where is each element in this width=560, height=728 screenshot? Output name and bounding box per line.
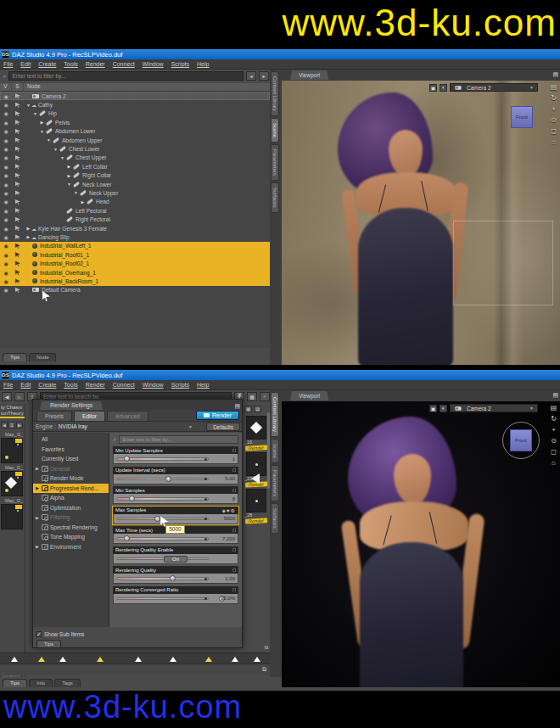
visibility-cell[interactable]: ◉ bbox=[0, 172, 12, 178]
tree-row[interactable]: ◉▶☁Kyle Hair Genesis 3 Female bbox=[0, 224, 270, 232]
forward-button[interactable]: ▶ bbox=[14, 392, 25, 401]
page-next-button[interactable]: ▶ bbox=[16, 422, 23, 428]
category-environment[interactable]: ▶Environment bbox=[33, 542, 109, 552]
tree-row[interactable]: ◉Industrial_BackRoom_1 bbox=[0, 277, 270, 285]
slider-handle[interactable] bbox=[129, 496, 135, 501]
tree-row[interactable]: ◉▼Hip bbox=[0, 109, 270, 118]
scene-filter-input[interactable]: Enter text to filter by... bbox=[8, 71, 244, 81]
bottom-tab-tips[interactable]: Tips bbox=[3, 679, 27, 687]
tree-row[interactable]: ◉Industrial_WallLeft_1 bbox=[0, 242, 270, 250]
menu-item-edit[interactable]: Edit bbox=[20, 61, 31, 67]
slider-row[interactable]: 7,200 bbox=[113, 534, 238, 544]
menu-item-scripts[interactable]: Scripts bbox=[171, 61, 189, 67]
expand-arrow-icon[interactable]: ▼ bbox=[53, 147, 59, 152]
menu-item-connect[interactable]: Connect bbox=[113, 382, 135, 388]
slider-row[interactable]: 5.00 bbox=[113, 474, 238, 484]
content-thumb[interactable] bbox=[246, 452, 266, 476]
page-copy-icon[interactable]: ⧉ bbox=[265, 645, 268, 651]
menu-item-window[interactable]: Window bbox=[143, 61, 164, 67]
menu-item-connect[interactable]: Connect bbox=[113, 61, 135, 67]
selectable-cell[interactable] bbox=[12, 217, 24, 222]
category-item[interactable]: ty Chasm bbox=[0, 404, 25, 410]
menu-item-create[interactable]: Create bbox=[38, 61, 56, 67]
viewport-tab[interactable]: Viewport bbox=[290, 391, 328, 400]
sphere-view-icon[interactable]: ◐ bbox=[440, 84, 447, 92]
timeline-marker[interactable] bbox=[38, 657, 45, 662]
tree-row[interactable]: ◉▶Right Collar bbox=[0, 171, 270, 180]
tree-row[interactable]: ◉▶Pelvis bbox=[0, 118, 270, 126]
expand-arrow-icon[interactable]: ▶ bbox=[36, 515, 40, 520]
camera-selector[interactable]: Camera 2 ▼ bbox=[450, 83, 538, 92]
camera-selector[interactable]: Camera 2 ▼ bbox=[450, 404, 538, 412]
render-button[interactable]: Render bbox=[196, 411, 239, 420]
visibility-cell[interactable]: ◉ bbox=[0, 287, 12, 293]
side-tab-parameters[interactable]: Parameters bbox=[271, 465, 279, 501]
selectable-cell[interactable] bbox=[12, 111, 24, 116]
tree-row[interactable]: ◉▶☁Dancing Slip bbox=[0, 232, 270, 241]
category-all[interactable]: All bbox=[33, 434, 109, 445]
selectable-cell[interactable] bbox=[12, 147, 24, 152]
slider-row[interactable]: 95.0% bbox=[113, 594, 238, 604]
toggle-row[interactable]: On bbox=[113, 554, 238, 564]
expand-arrow-icon[interactable]: ▶ bbox=[36, 544, 40, 549]
side-tab-scene[interactable]: Scene bbox=[271, 118, 279, 143]
frame-icon[interactable]: ◻ bbox=[551, 448, 557, 456]
selectable-cell[interactable] bbox=[12, 234, 24, 239]
viewport-tab[interactable]: Viewport bbox=[290, 70, 328, 80]
view-cube[interactable]: Front bbox=[511, 106, 533, 128]
visibility-cell[interactable]: ◉ bbox=[0, 234, 12, 240]
menu-item-create[interactable]: Create bbox=[38, 382, 56, 388]
tree-row[interactable]: ◉▼☁Cathy bbox=[0, 100, 270, 109]
tree-row[interactable]: ◉▼Abdomen Upper bbox=[0, 136, 270, 144]
page-prev-button[interactable]: ◀ bbox=[1, 422, 8, 428]
nav-stack-icon[interactable]: ▤ bbox=[551, 83, 557, 91]
home-icon[interactable]: ⌂ bbox=[552, 138, 556, 146]
selectable-cell[interactable] bbox=[12, 288, 24, 293]
page-copy-icon[interactable]: ⧉ bbox=[262, 666, 266, 673]
zoom-icon[interactable]: ⊙ bbox=[551, 437, 557, 445]
timeline-marker[interactable] bbox=[59, 657, 66, 662]
visibility-cell[interactable]: ◉ bbox=[0, 260, 12, 266]
selectable-cell[interactable] bbox=[12, 129, 24, 134]
search-icon[interactable]: ⌕ bbox=[260, 392, 270, 401]
visibility-cell[interactable]: ◉ bbox=[0, 164, 12, 170]
visibility-cell[interactable]: ◉ bbox=[0, 278, 12, 284]
expand-arrow-icon[interactable]: ▼ bbox=[39, 129, 45, 134]
tree-row[interactable]: ◉Industrial_Overhang_1 bbox=[0, 268, 270, 277]
param-value[interactable]: 7,200 bbox=[222, 536, 235, 541]
visibility-cell[interactable]: ◉ bbox=[0, 182, 12, 188]
expand-arrow-icon[interactable]: ▶ bbox=[36, 466, 40, 471]
slider-handle[interactable] bbox=[165, 476, 171, 482]
tree-row[interactable]: ◉Left Pectoral bbox=[0, 206, 270, 215]
tree-row[interactable]: ◉▼Abdomen Lower bbox=[0, 127, 270, 136]
param-option-icon[interactable] bbox=[232, 568, 236, 572]
selectable-cell[interactable] bbox=[12, 270, 24, 275]
tree-row[interactable]: ◉▶Head bbox=[0, 198, 270, 206]
param-option-icon[interactable] bbox=[232, 588, 236, 591]
tree-row[interactable]: ◉Default Camera bbox=[0, 286, 270, 294]
expand-arrow-icon[interactable]: ▶ bbox=[25, 226, 31, 231]
visibility-cell[interactable]: ◉ bbox=[0, 154, 12, 160]
selectable-cell[interactable] bbox=[12, 226, 24, 231]
expand-arrow-icon[interactable]: ▼ bbox=[66, 182, 72, 187]
dialog-tab-editor[interactable]: Editor bbox=[74, 411, 105, 421]
pan-icon[interactable]: + bbox=[552, 426, 556, 434]
menu-item-help[interactable]: Help bbox=[197, 382, 209, 388]
expand-arrow-icon[interactable]: ▼ bbox=[46, 137, 52, 143]
selectable-cell[interactable] bbox=[12, 164, 24, 169]
visibility-cell[interactable]: ◉ bbox=[0, 216, 12, 222]
expand-arrow-icon[interactable]: ▼ bbox=[59, 155, 65, 160]
selectable-cell[interactable] bbox=[12, 93, 24, 98]
tree-row[interactable]: ◉Right Pectoral bbox=[0, 215, 270, 223]
menu-item-scripts[interactable]: Scripts bbox=[171, 382, 189, 388]
filter-prev-button[interactable]: ◂ bbox=[246, 71, 256, 81]
chevron-down-icon[interactable]: ▼ bbox=[188, 424, 193, 429]
visibility-cell[interactable]: ◉ bbox=[0, 102, 12, 108]
selectable-cell[interactable] bbox=[12, 182, 24, 187]
map-thumb-image[interactable] bbox=[1, 471, 23, 496]
param-option-icon[interactable] bbox=[232, 449, 236, 452]
map-thumb-item[interactable]: Map_G_ bbox=[1, 432, 24, 463]
selectable-cell[interactable] bbox=[12, 120, 24, 125]
slider-row[interactable]: 5000 bbox=[113, 514, 238, 524]
param-value[interactable]: 5000 bbox=[224, 516, 235, 521]
